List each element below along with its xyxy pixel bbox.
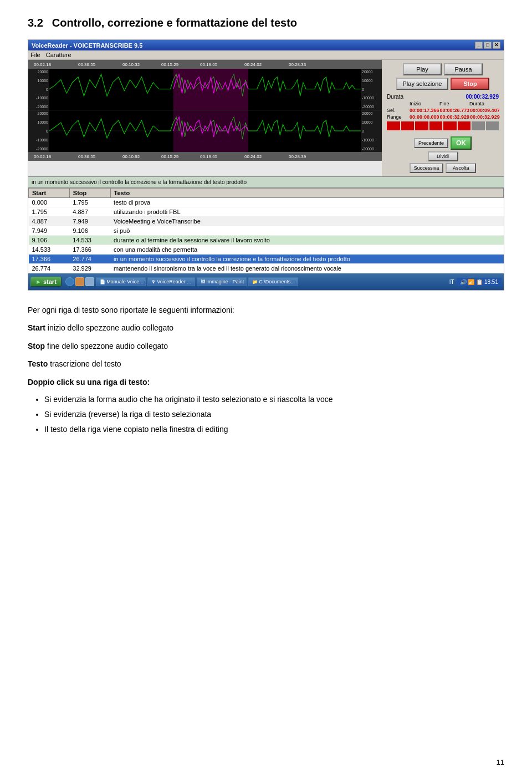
table-row[interactable]: 14.53317.366con una modalità che permett… bbox=[29, 245, 504, 255]
col-header-start: Start bbox=[29, 189, 70, 198]
range-inizio-value: 00:00:00.000 bbox=[410, 114, 439, 120]
table-row[interactable]: 1.7954.887utilizzando i prodotti FBL bbox=[29, 207, 504, 217]
term-testo: Testo trascrizione del testo bbox=[28, 358, 504, 370]
section-title: Controllo, correzione e formattazione de… bbox=[52, 17, 297, 29]
start-button[interactable]: ► start bbox=[30, 277, 62, 287]
controls-panel: Play Pausa Play selezione Stop Durata 00… bbox=[382, 60, 504, 176]
bullet-item-1: Si evidenzia la forma audio che ha origi… bbox=[44, 394, 504, 405]
col-header-stop: Stop bbox=[69, 189, 110, 198]
col-header-testo: Testo bbox=[110, 189, 503, 198]
waveform-panel: 00:02.18 00:36.55 00:10.32 00:15.29 00:1… bbox=[28, 60, 382, 176]
taskbar-item-voicereader[interactable]: 🎙 VoiceReader ... bbox=[147, 277, 195, 286]
table-row[interactable]: 0.0001.795testo di prova bbox=[29, 198, 504, 207]
table-row[interactable]: 17.36626.774in un momento successivo il … bbox=[29, 255, 504, 264]
page-number: 11 bbox=[497, 758, 504, 766]
range-fine-value: 00:00:32.929 bbox=[440, 114, 470, 120]
cell-text: testo di prova bbox=[110, 198, 503, 207]
sel-durata-value: 00:00:09.407 bbox=[470, 108, 500, 113]
system-tray: 🔊 📶 📋 18:51 bbox=[457, 278, 502, 286]
close-button[interactable]: ✕ bbox=[493, 42, 500, 49]
term-stop: Stop fine dello spezzone audio collegato bbox=[28, 340, 504, 352]
section-number: 3.2 bbox=[28, 17, 43, 29]
cell-text: durante o al termine della sessione salv… bbox=[110, 236, 503, 245]
cell-stop: 9.106 bbox=[69, 226, 110, 236]
menu-file[interactable]: File bbox=[30, 52, 40, 58]
precedente-button[interactable]: Precedente bbox=[414, 138, 448, 148]
cell-text: mantenendo il sincronismo tra la voce ed… bbox=[110, 264, 503, 273]
col-durata: Durata bbox=[469, 101, 499, 106]
dividi-button[interactable]: Dividi bbox=[428, 151, 458, 161]
taskbar-lang: IT bbox=[449, 279, 454, 285]
cell-start: 4.887 bbox=[29, 217, 70, 226]
pause-button[interactable]: Pausa bbox=[444, 63, 483, 75]
taskbar-item-manuale[interactable]: 📄 Manuale Voice... bbox=[96, 277, 146, 286]
sel-fine-value: 00:00:26.773 bbox=[440, 108, 470, 113]
col-blank bbox=[387, 101, 409, 106]
body-text: Per ogni riga di testo sono riportate le… bbox=[28, 304, 504, 435]
bullet-item-3: Il testo della riga viene copiato nella … bbox=[44, 424, 504, 435]
bullet-item-2: Si evidenzia (reverse) la riga di testo … bbox=[44, 409, 504, 420]
cell-stop: 1.795 bbox=[69, 198, 110, 207]
cell-text: con una modalità che permetta bbox=[110, 245, 503, 255]
cell-stop: 26.774 bbox=[69, 255, 110, 264]
taskbar-item-immagine[interactable]: 🖼 Immagine - Paint bbox=[197, 277, 247, 286]
taskbar: ► start 📄 Manuale Voice... 🎙 VoiceReader… bbox=[28, 273, 504, 290]
table-row[interactable]: 9.10614.533durante o al termine della se… bbox=[29, 236, 504, 245]
cell-text: in un momento successivo il controllo la… bbox=[110, 255, 503, 264]
cell-stop: 32.929 bbox=[69, 264, 110, 273]
cell-text: si può bbox=[110, 226, 503, 236]
taskbar-time: 18:51 bbox=[484, 279, 498, 285]
duration-info: Durata 00:00:32.929 Inizio Fine Durata S… bbox=[385, 92, 500, 132]
table-area: Start Stop Testo 0.0001.795testo di prov… bbox=[28, 187, 504, 273]
svg-rect-1 bbox=[173, 69, 248, 110]
svg-rect-3 bbox=[173, 110, 248, 152]
range-label: Range bbox=[387, 114, 409, 120]
ok-button[interactable]: OK bbox=[451, 136, 472, 150]
intro-text: Per ogni riga di testo sono riportate le… bbox=[28, 304, 504, 316]
cell-start: 7.949 bbox=[29, 226, 70, 236]
menu-carattere[interactable]: Carattere bbox=[46, 52, 71, 58]
cell-stop: 17.366 bbox=[69, 245, 110, 255]
durata-value: 00:00:32.929 bbox=[466, 94, 499, 100]
cell-text: utilizzando i prodotti FBL bbox=[110, 207, 503, 217]
minimize-button[interactable]: _ bbox=[475, 42, 483, 49]
text-edit-content: in un momento successivo il controllo la… bbox=[32, 179, 247, 185]
play-selection-button[interactable]: Play selezione bbox=[396, 78, 449, 90]
sel-inizio-value: 00:00:17.366 bbox=[410, 108, 439, 113]
col-fine: Fine bbox=[439, 101, 469, 106]
cell-start: 1.795 bbox=[29, 207, 70, 217]
taskbar-item-documents[interactable]: 📁 C:\Documents... bbox=[248, 277, 298, 286]
cell-start: 0.000 bbox=[29, 198, 70, 207]
menu-bar: File Carattere bbox=[28, 50, 504, 60]
window-title: VoiceReader - VOICETRANSCRIBE 9.5 bbox=[32, 42, 142, 49]
maximize-button[interactable]: □ bbox=[484, 42, 492, 49]
cell-start: 9.106 bbox=[29, 236, 70, 245]
screenshot-box: VoiceReader - VOICETRANSCRIBE 9.5 _ □ ✕ … bbox=[28, 39, 504, 291]
table-row[interactable]: 7.9499.106si può bbox=[29, 226, 504, 236]
start-label: start bbox=[43, 278, 57, 285]
doppio-click-title: Doppio click su una riga di testo: bbox=[28, 376, 504, 388]
table-row[interactable]: 26.77432.929mantenendo il sincronismo tr… bbox=[29, 264, 504, 273]
stop-button[interactable]: Stop bbox=[451, 78, 489, 90]
ascolta-button[interactable]: Ascolta bbox=[446, 163, 476, 173]
table-row[interactable]: 4.8877.949VoiceMeeting e VoiceTranscribe bbox=[29, 217, 504, 226]
cell-start: 14.533 bbox=[29, 245, 70, 255]
successiva-button[interactable]: Successiva bbox=[410, 163, 444, 173]
term-start: Start inizio dello spezzone audio colleg… bbox=[28, 322, 504, 334]
sel-label: Sel. bbox=[387, 108, 409, 113]
cell-stop: 14.533 bbox=[69, 236, 110, 245]
cell-stop: 7.949 bbox=[69, 217, 110, 226]
cell-start: 17.366 bbox=[29, 255, 70, 264]
cell-stop: 4.887 bbox=[69, 207, 110, 217]
cell-text: VoiceMeeting e VoiceTranscribe bbox=[110, 217, 503, 226]
cell-start: 26.774 bbox=[29, 264, 70, 273]
red-blocks bbox=[387, 121, 499, 130]
window-titlebar: VoiceReader - VOICETRANSCRIBE 9.5 _ □ ✕ bbox=[28, 40, 504, 50]
text-edit-area: in un momento successivo il controllo la… bbox=[28, 176, 504, 187]
durata-label: Durata bbox=[387, 94, 403, 100]
col-inizio: Inizio bbox=[410, 101, 439, 106]
range-durata-value: 00:00:32.929 bbox=[470, 114, 500, 120]
play-button[interactable]: Play bbox=[403, 63, 442, 75]
bullet-list: Si evidenzia la forma audio che ha origi… bbox=[44, 394, 504, 435]
